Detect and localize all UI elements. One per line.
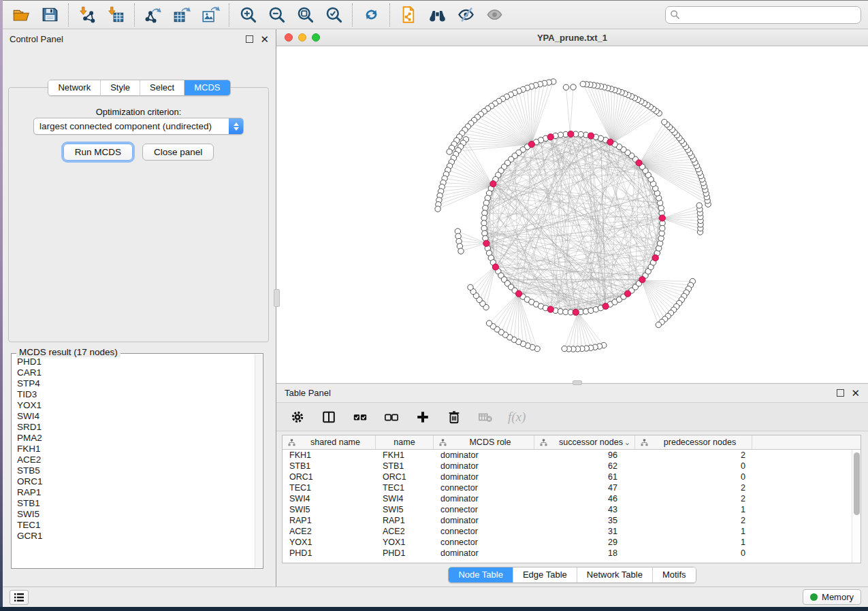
float-table-panel-icon[interactable] xyxy=(837,389,844,397)
table-cell[interactable]: YOX1 xyxy=(376,537,434,548)
table-cell[interactable]: TEC1 xyxy=(283,482,376,493)
table-cell[interactable]: 62 xyxy=(534,461,635,472)
column-header-name[interactable]: name xyxy=(376,435,434,449)
run-mcds-button[interactable]: Run MCDS xyxy=(63,144,133,161)
column-header-MCDS-role[interactable]: MCDS role xyxy=(434,435,534,449)
table-cell[interactable]: STB1 xyxy=(376,461,434,472)
save-session-icon[interactable] xyxy=(39,5,60,25)
table-row[interactable]: YOX1YOX1connector291 xyxy=(283,537,861,548)
table-cell[interactable]: 47 xyxy=(534,482,635,493)
table-cell[interactable]: connector xyxy=(434,504,534,515)
table-cell[interactable]: dominator xyxy=(434,515,534,526)
create-column-icon[interactable] xyxy=(414,408,432,426)
table-cell[interactable]: 1 xyxy=(635,504,752,515)
table-cell[interactable]: dominator xyxy=(434,472,534,482)
mcds-result-item[interactable]: PMA2 xyxy=(16,433,254,444)
mcds-result-item[interactable]: SWI5 xyxy=(16,509,254,520)
table-cell[interactable]: 1 xyxy=(635,537,752,548)
table-settings-gear-icon[interactable] xyxy=(289,408,306,426)
network-canvas[interactable] xyxy=(276,46,868,383)
table-cell[interactable]: SWI4 xyxy=(376,493,434,504)
table-row[interactable]: SWI5SWI5connector431 xyxy=(283,504,861,515)
table-cell[interactable]: SWI5 xyxy=(376,504,434,515)
table-row[interactable]: SWI4SWI4dominator462 xyxy=(283,493,861,504)
mcds-result-item[interactable]: RAP1 xyxy=(16,487,254,498)
table-row[interactable]: RAP1RAP1dominator352 xyxy=(283,515,861,526)
show-column-panel-icon[interactable] xyxy=(320,408,338,426)
zoom-fit-icon[interactable] xyxy=(295,5,315,25)
table-cell[interactable]: YOX1 xyxy=(283,537,376,548)
column-header-successor-nodes[interactable]: successor nodes⌄ xyxy=(534,435,635,449)
table-cell[interactable]: 29 xyxy=(534,537,635,548)
table-cell[interactable]: connector xyxy=(434,482,534,493)
tab-node-table[interactable]: Node Table xyxy=(449,567,513,582)
table-cell[interactable]: SWI5 xyxy=(283,504,376,515)
vertical-splitter-handle[interactable] xyxy=(274,289,280,307)
table-cell[interactable]: connector xyxy=(434,537,534,548)
table-cell[interactable]: connector xyxy=(434,526,534,537)
network-document-icon[interactable] xyxy=(398,5,419,25)
zoom-out-icon[interactable] xyxy=(266,5,287,25)
network-graph[interactable] xyxy=(276,46,868,382)
table-cell[interactable]: ORC1 xyxy=(283,472,376,482)
table-cell[interactable]: dominator xyxy=(434,450,534,461)
export-network-icon[interactable] xyxy=(143,5,163,25)
table-cell[interactable]: RAP1 xyxy=(283,515,376,526)
select-all-columns-icon[interactable] xyxy=(351,408,369,426)
table-cell[interactable]: FKH1 xyxy=(376,450,434,461)
close-table-panel-icon[interactable]: ✕ xyxy=(851,389,860,397)
table-cell[interactable]: FKH1 xyxy=(283,450,376,461)
result-scrollbar[interactable] xyxy=(255,354,262,567)
table-cell[interactable]: PHD1 xyxy=(283,548,376,559)
mcds-result-item[interactable]: ORC1 xyxy=(16,476,254,487)
delete-table-icon[interactable] xyxy=(477,408,494,426)
table-row[interactable]: STB1STB1dominator620 xyxy=(283,461,861,472)
apply-layout-icon[interactable] xyxy=(361,5,381,25)
table-scrollbar-thumb[interactable] xyxy=(854,452,860,515)
table-cell[interactable]: 43 xyxy=(534,504,635,515)
table-cell[interactable]: SWI4 xyxy=(283,493,376,504)
table-cell[interactable]: RAP1 xyxy=(376,515,434,526)
table-row[interactable]: PHD1PHD1dominator180 xyxy=(283,548,861,559)
mcds-result-item[interactable]: PHD1 xyxy=(16,357,254,367)
open-session-icon[interactable] xyxy=(11,5,31,25)
mcds-result-item[interactable]: FKH1 xyxy=(16,444,254,455)
table-cell[interactable]: 1 xyxy=(635,526,752,537)
table-row[interactable]: ACE2ACE2connector311 xyxy=(283,526,861,537)
mcds-result-list[interactable]: PHD1CAR1STP4TID3YOX1SWI4SRD1PMA2FKH1ACE2… xyxy=(16,357,254,567)
function-builder-icon[interactable]: f(x) xyxy=(508,410,526,425)
mcds-result-item[interactable]: ACE2 xyxy=(16,455,254,465)
table-cell[interactable]: STB1 xyxy=(283,461,376,472)
show-panel-list-icon[interactable] xyxy=(10,590,29,605)
import-network-icon[interactable] xyxy=(77,5,97,25)
table-cell[interactable]: 2 xyxy=(635,493,752,504)
tab-edge-table[interactable]: Edge Table xyxy=(513,567,577,582)
criterion-dropdown[interactable]: largest connected component (undirected) xyxy=(33,118,244,135)
tab-style[interactable]: Style xyxy=(101,80,140,95)
hide-selected-icon[interactable] xyxy=(455,5,476,25)
mcds-result-item[interactable]: STP4 xyxy=(16,378,254,389)
table-row[interactable]: ORC1ORC1dominator610 xyxy=(283,472,861,482)
table-cell[interactable]: ACE2 xyxy=(283,526,376,537)
mcds-result-item[interactable]: SRD1 xyxy=(16,422,254,433)
mcds-result-item[interactable]: SWI4 xyxy=(16,411,254,422)
table-cell[interactable]: dominator xyxy=(434,461,534,472)
table-cell[interactable]: dominator xyxy=(434,493,534,504)
close-panel-button[interactable]: Close panel xyxy=(142,144,214,161)
table-cell[interactable]: 2 xyxy=(635,450,752,461)
delete-columns-icon[interactable] xyxy=(445,408,463,426)
table-cell[interactable]: 0 xyxy=(635,472,752,482)
tab-select[interactable]: Select xyxy=(140,80,184,95)
table-cell[interactable]: 31 xyxy=(534,526,635,537)
unselect-all-columns-icon[interactable] xyxy=(383,408,400,426)
table-cell[interactable]: 35 xyxy=(534,515,635,526)
search-input[interactable] xyxy=(665,6,861,24)
table-cell[interactable]: 61 xyxy=(534,472,635,482)
zoom-in-icon[interactable] xyxy=(238,5,258,25)
table-row[interactable]: FKH1FKH1dominator962 xyxy=(283,450,861,461)
column-header-shared-name[interactable]: shared name xyxy=(283,435,376,449)
table-cell[interactable]: TEC1 xyxy=(376,482,434,493)
table-cell[interactable]: dominator xyxy=(434,548,534,559)
table-cell[interactable]: PHD1 xyxy=(376,548,434,559)
tab-network[interactable]: Network xyxy=(48,80,101,95)
